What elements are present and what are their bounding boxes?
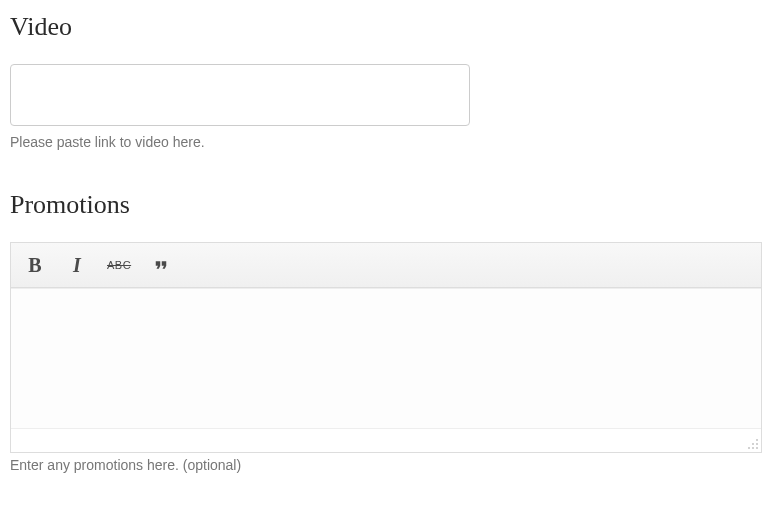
promotions-section: Promotions B I ABC [10,190,762,473]
italic-button[interactable]: I [65,253,89,277]
resize-handle[interactable] [747,438,759,450]
svg-point-3 [756,447,758,449]
quote-icon [152,256,170,274]
video-section: Video Please paste link to video here. [10,12,762,150]
svg-point-2 [752,443,754,445]
strikethrough-button[interactable]: ABC [107,253,131,277]
video-heading: Video [10,12,762,42]
promotions-editor: B I ABC [10,242,762,453]
svg-point-5 [748,447,750,449]
svg-point-0 [756,439,758,441]
resize-grip-icon [747,438,759,450]
video-link-input[interactable] [10,64,470,126]
svg-point-1 [756,443,758,445]
bold-button[interactable]: B [23,253,47,277]
blockquote-button[interactable] [149,253,173,277]
promotions-help-text: Enter any promotions here. (optional) [10,457,762,473]
video-help-text: Please paste link to video here. [10,134,762,150]
promotions-heading: Promotions [10,190,762,220]
editor-toolbar: B I ABC [11,243,761,288]
editor-footer [11,428,761,452]
svg-point-4 [752,447,754,449]
promotions-content-area[interactable] [11,288,761,428]
